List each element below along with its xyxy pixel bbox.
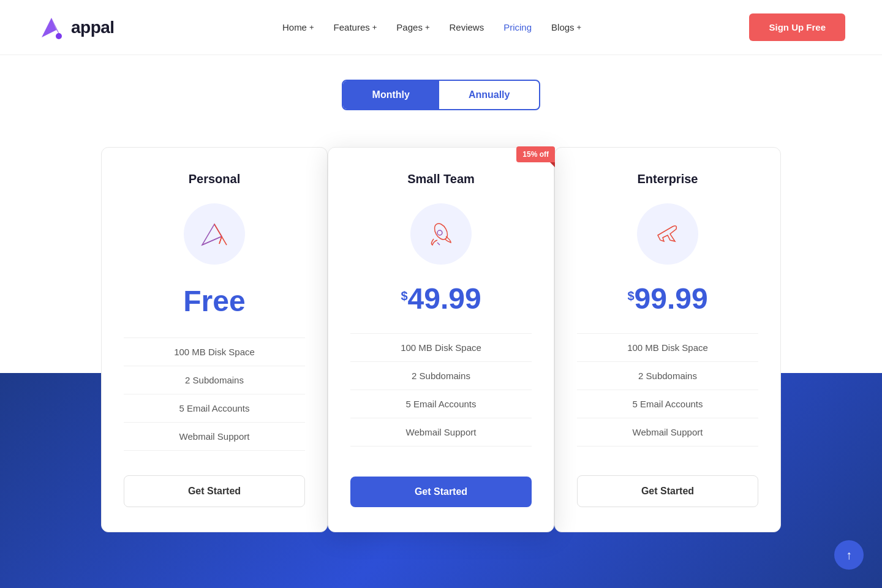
plan-enterprise-icon-circle: [637, 203, 698, 265]
feature-item: 2 Subdomains: [350, 362, 532, 390]
main-content: Personal Free 100 MB Disk Space 2 Subdom…: [0, 123, 882, 588]
nav-blogs[interactable]: Blogs +: [551, 22, 581, 32]
svg-point-8: [432, 221, 450, 241]
price-dollar: $: [401, 289, 407, 303]
plan-personal-features: 100 MB Disk Space 2 Subdomains 5 Email A…: [124, 337, 305, 451]
plan-personal-cta[interactable]: Get Started: [124, 475, 305, 507]
feature-item: 100 MB Disk Space: [577, 333, 758, 362]
feature-item: 2 Subdomains: [124, 366, 305, 394]
feature-item: 5 Email Accounts: [124, 394, 305, 423]
paper-plane-icon: [198, 218, 230, 250]
feature-item: 2 Subdomains: [577, 362, 758, 390]
logo-text: appal: [71, 18, 115, 37]
signup-button[interactable]: Sign Up Free: [749, 13, 845, 41]
svg-marker-4: [214, 224, 227, 245]
plan-small-team-name: Small Team: [407, 172, 475, 186]
nav-reviews[interactable]: Reviews: [450, 22, 484, 32]
plan-small-team-icon-circle: [410, 203, 472, 265]
plan-enterprise: Enterprise $ 99.99 100 MB Disk Space 2 S…: [554, 147, 781, 532]
feature-item: Webmail Support: [577, 418, 758, 447]
airplane-icon: [652, 218, 684, 250]
feature-item: Webmail Support: [124, 423, 305, 451]
price-dollar: $: [627, 289, 634, 303]
billing-toggle-section: Monthly Annually: [0, 55, 882, 123]
svg-marker-3: [202, 224, 222, 245]
nav-pages[interactable]: Pages +: [396, 22, 429, 32]
feature-item: 5 Email Accounts: [350, 390, 532, 418]
plan-enterprise-price: $ 99.99: [627, 284, 707, 314]
plan-small-team: 15% off Small Team $ 49.99 100: [328, 147, 554, 532]
svg-marker-0: [42, 18, 56, 37]
pricing-cards-section: Personal Free 100 MB Disk Space 2 Subdom…: [0, 123, 882, 569]
plan-personal: Personal Free 100 MB Disk Space 2 Subdom…: [101, 147, 328, 532]
price-amount: 99.99: [635, 284, 708, 314]
feature-item: Webmail Support: [350, 418, 532, 447]
scroll-to-top-button[interactable]: ↑: [834, 540, 864, 570]
svg-point-2: [56, 33, 62, 39]
navbar: appal Home + Features + Pages + Reviews …: [0, 0, 882, 55]
svg-point-9: [437, 230, 442, 235]
logo[interactable]: appal: [37, 13, 115, 42]
nav-links: Home + Features + Pages + Reviews Pricin…: [282, 22, 581, 32]
svg-line-10: [437, 243, 440, 245]
monthly-toggle[interactable]: Monthly: [343, 81, 439, 109]
price-amount: 49.99: [408, 284, 481, 314]
feature-item: 100 MB Disk Space: [350, 333, 532, 362]
plan-personal-price: Free: [183, 284, 245, 318]
billing-toggle: Monthly Annually: [342, 80, 541, 110]
nav-features[interactable]: Features +: [334, 22, 377, 32]
logo-icon: [37, 13, 66, 42]
plan-enterprise-features: 100 MB Disk Space 2 Subdomains 5 Email A…: [577, 333, 758, 447]
nav-pricing[interactable]: Pricing: [503, 22, 532, 32]
feature-item: 5 Email Accounts: [577, 390, 758, 418]
plan-small-team-price: $ 49.99: [401, 284, 481, 314]
plan-small-team-features: 100 MB Disk Space 2 Subdomains 5 Email A…: [350, 333, 532, 447]
feature-item: 100 MB Disk Space: [124, 337, 305, 366]
discount-badge: 15% off: [516, 146, 555, 162]
annually-toggle[interactable]: Annually: [439, 81, 540, 109]
plan-enterprise-name: Enterprise: [638, 172, 698, 186]
plan-personal-name: Personal: [189, 172, 240, 186]
rocket-icon: [425, 218, 457, 250]
plan-enterprise-cta[interactable]: Get Started: [577, 475, 758, 507]
nav-home[interactable]: Home +: [282, 22, 314, 32]
plan-personal-icon-circle: [184, 203, 245, 265]
plan-small-team-cta[interactable]: Get Started: [350, 477, 532, 507]
